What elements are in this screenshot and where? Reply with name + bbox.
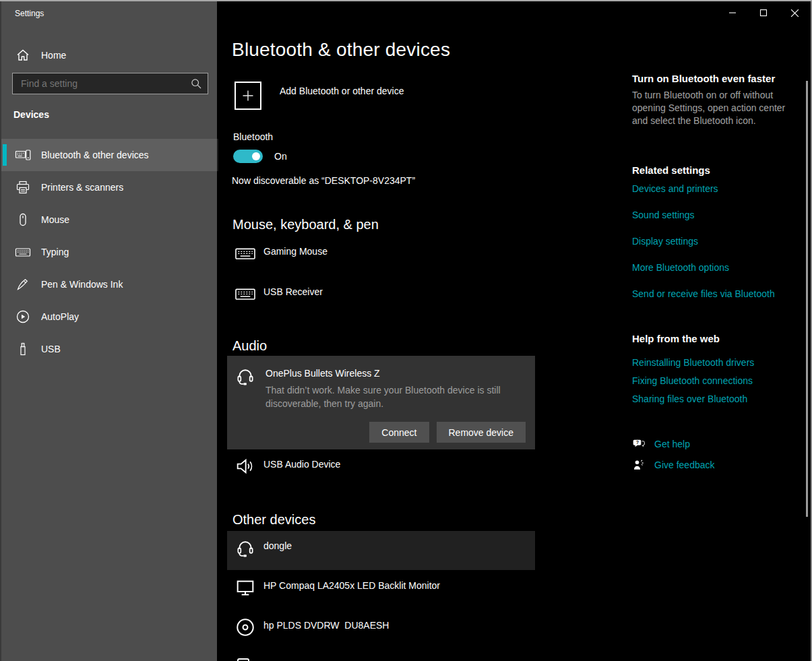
get-help-row[interactable]: ? Get help [632,437,690,451]
pen-icon [15,276,31,292]
sidebar-item-home[interactable]: Home [1,42,218,69]
device-row-dongle[interactable]: dongle [227,531,535,570]
link-send-receive-files[interactable]: Send or receive files via Bluetooth [632,288,775,299]
device-row-gaming-mouse[interactable]: Gaming Mouse [235,243,327,264]
card-inner: OnePlus Bullets Wireless Z That didn’t w… [235,365,516,410]
help-from-web-heading: Help from the web [632,333,720,344]
tip-body: To turn Bluetooth on or off without open… [632,89,790,127]
sidebar-item-typing[interactable]: Typing [1,236,218,268]
card-buttons: Connect Remove device [369,422,526,443]
sidebar-nav: Bluetooth & other devices Printers & sca… [1,139,218,365]
card-device-name: OnePlus Bullets Wireless Z [266,368,516,379]
keyboard-icon [235,243,256,264]
add-device-button[interactable]: Add Bluetooth or other device [235,82,404,110]
sidebar-item-bluetooth-other-devices[interactable]: Bluetooth & other devices [1,139,218,171]
sidebar-section-heading: Devices [13,109,49,120]
give-feedback-link: Give feedback [654,460,715,470]
toggle-state-label: On [274,151,287,162]
connect-button[interactable]: Connect [369,422,429,443]
minimize-icon [728,9,737,17]
page-title: Bluetooth & other devices [232,39,450,61]
sidebar-item-usb[interactable]: USB [1,333,218,365]
sidebar-item-pen-windows-ink[interactable]: Pen & Windows Ink [1,268,218,301]
minimize-button[interactable] [717,3,748,23]
device-row-usb-audio[interactable]: USB Audio Device [235,455,340,477]
main-content: Bluetooth & other devices Add Bluetooth … [217,1,812,661]
device-card-oneplus[interactable]: OnePlus Bullets Wireless Z That didn’t w… [227,356,535,449]
device-name: Gaming Mouse [263,246,327,264]
sidebar-item-mouse[interactable]: Mouse [1,203,218,236]
search-input[interactable] [13,78,191,89]
app-title: Settings [15,9,44,18]
mouse-icon [15,212,31,228]
device-name: HP Compaq LA2405x LED Backlit Monitor [263,580,440,598]
device-name: hp PLDS DVDRW DU8AESH [263,620,389,638]
close-button[interactable] [779,3,810,23]
window-controls [717,3,810,23]
autoplay-icon [15,309,31,325]
maximize-icon [759,9,768,17]
printer-icon [15,179,31,195]
get-help-icon: ? [632,437,646,451]
sidebar-item-label: AutoPlay [41,311,79,322]
link-reinstalling-drivers[interactable]: Reinstalling Bluetooth drivers [632,357,754,368]
give-feedback-icon [632,458,646,472]
link-display-settings[interactable]: Display settings [632,236,698,247]
headset-icon [235,537,256,559]
maximize-button[interactable] [748,3,779,23]
speaker-icon [235,455,256,477]
bluetooth-toggle[interactable] [233,150,263,163]
device-row-hp-monitor[interactable]: HP Compaq LA2405x LED Backlit Monitor [235,577,440,598]
scrollbar-thumb[interactable] [806,81,808,517]
device-row-dvd-drive[interactable]: hp PLDS DVDRW DU8AESH [235,617,389,638]
get-help-link: Get help [654,439,690,449]
home-label: Home [41,50,66,61]
settings-window: Settings Home Devices Bluetooth & other … [0,0,812,661]
disc-icon [235,617,256,638]
link-fixing-connections[interactable]: Fixing Bluetooth connections [632,375,753,386]
search-icon[interactable] [191,78,201,89]
device-name: USB Audio Device [263,459,340,477]
link-devices-and-printers[interactable]: Devices and printers [632,183,718,194]
give-feedback-row[interactable]: Give feedback [632,458,715,472]
sidebar-item-label: Mouse [41,214,69,225]
sidebar-item-printers-scanners[interactable]: Printers & scanners [1,171,218,203]
headset-icon [235,365,256,387]
bluetooth-devices-icon [15,147,31,163]
card-error-message: That didn’t work. Make sure your Bluetoo… [266,383,516,410]
sidebar-item-label: Printers & scanners [41,182,123,193]
discoverable-text: Now discoverable as “DESKTOP-8V234PT” [232,175,415,186]
sidebar-item-autoplay[interactable]: AutoPlay [1,301,218,333]
device-name: dongle [263,540,292,559]
section-heading-other-devices: Other devices [232,512,315,528]
toggle-knob [252,152,260,160]
link-sound-settings[interactable]: Sound settings [632,210,695,220]
sidebar: Settings Home Devices Bluetooth & other … [0,1,217,661]
device-name: USB Receiver [263,286,323,305]
section-heading-audio: Audio [232,338,267,354]
svg-text:?: ? [636,440,639,445]
close-icon [790,9,799,18]
monitor-icon [235,577,256,598]
link-more-bluetooth-options[interactable]: More Bluetooth options [632,262,729,273]
remove-device-button[interactable]: Remove device [437,422,526,443]
add-device-label: Add Bluetooth or other device [280,86,404,110]
bluetooth-toggle-row: On [233,150,287,163]
sidebar-item-label: Typing [41,247,69,257]
device-row-usb-receiver[interactable]: USB Receiver [235,283,323,305]
search-box[interactable] [12,73,208,94]
sidebar-item-label: Bluetooth & other devices [41,150,149,160]
sidebar-item-label: Pen & Windows Ink [41,279,123,290]
related-settings-heading: Related settings [632,164,710,176]
usb-icon [15,341,31,357]
keyboard-icon [15,244,31,260]
section-heading-mouse-keyboard-pen: Mouse, keyboard, & pen [232,217,379,232]
plus-icon [235,82,261,110]
sidebar-item-label: USB [41,344,61,354]
partial-device-icon [237,658,249,661]
card-text: OnePlus Bullets Wireless Z That didn’t w… [266,365,516,410]
home-icon [15,47,31,63]
keyboard-icon [235,283,256,305]
bluetooth-label: Bluetooth [233,131,273,142]
link-sharing-files[interactable]: Sharing files over Bluetooth [632,394,747,404]
